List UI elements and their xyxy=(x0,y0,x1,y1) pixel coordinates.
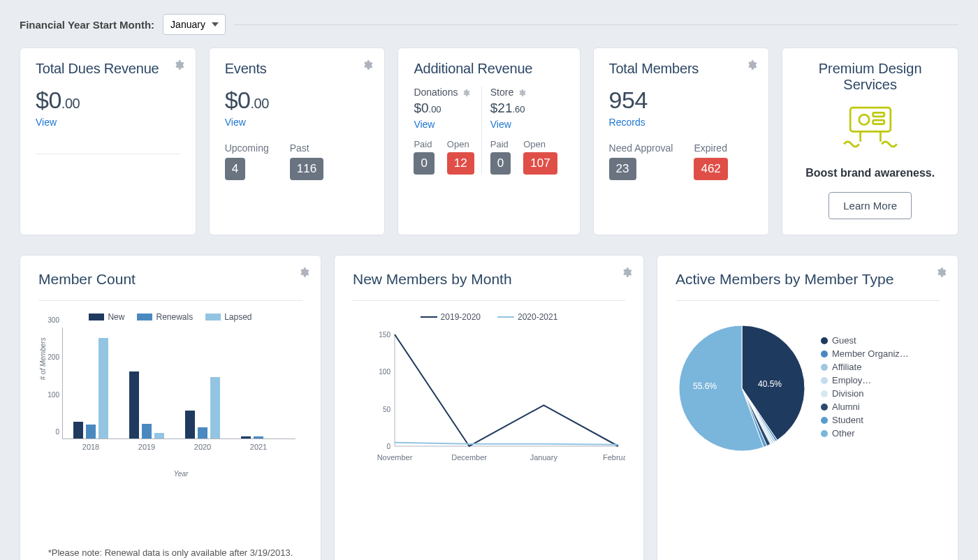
fy-start-label: Financial Year Start Month: xyxy=(20,19,154,31)
svg-rect-0 xyxy=(850,108,891,131)
past-label: Past xyxy=(290,142,323,154)
need-approval-label: Need Approval xyxy=(609,142,673,154)
card-title: Events xyxy=(225,61,370,77)
gear-icon[interactable] xyxy=(362,59,373,71)
chart-title: Active Members by Member Type xyxy=(676,271,940,288)
pie-chart-plot: 55.6% 40.5% xyxy=(676,322,808,455)
svg-text:50: 50 xyxy=(383,406,391,413)
upcoming-label: Upcoming xyxy=(225,142,269,154)
chart-active-members-by-type: Active Members by Member Type 55.6% 40.5… xyxy=(657,255,958,560)
card-total-members: Total Members 954 Records Need Approval … xyxy=(593,47,770,235)
svg-rect-3 xyxy=(873,120,884,124)
pie-legend-item: Guest xyxy=(821,335,909,346)
gear-icon[interactable] xyxy=(462,88,470,96)
charts-row: Member Count New Renewals Lapsed # of Me… xyxy=(20,255,958,560)
past-badge[interactable]: 116 xyxy=(290,158,323,180)
svg-text:0: 0 xyxy=(386,443,391,450)
divider xyxy=(676,300,940,301)
svg-text:100: 100 xyxy=(379,368,391,376)
store-column: Store $21.60 View Paid 0 Open 107 xyxy=(481,87,564,175)
donations-open-badge[interactable]: 12 xyxy=(447,152,474,175)
store-label: Store xyxy=(490,87,513,98)
card-additional-revenue: Additional Revenue Donations $0.00 View … xyxy=(397,47,580,235)
x-axis-label: Year xyxy=(59,470,302,478)
pie-slice-label-other: 55.6% xyxy=(693,381,717,391)
paid-label: Paid xyxy=(490,139,511,149)
topbar-divider xyxy=(234,24,958,25)
events-value: $0.00 xyxy=(225,87,370,114)
chart-title: New Members by Month xyxy=(353,271,625,288)
view-link[interactable]: View xyxy=(36,117,57,128)
svg-rect-2 xyxy=(873,112,884,116)
pie-legend-item: Employ… xyxy=(821,375,909,385)
open-label: Open xyxy=(523,139,557,149)
need-approval-badge[interactable]: 23 xyxy=(609,158,636,180)
donations-column: Donations $0.00 View Paid 0 Open 12 xyxy=(414,87,481,175)
pie-legend-item: Alumni xyxy=(821,401,909,412)
pie-slice-label-guest: 40.5% xyxy=(758,379,782,389)
legend-swatch-2020 xyxy=(497,316,514,318)
billboard-icon xyxy=(839,103,902,159)
gear-icon[interactable] xyxy=(298,267,309,278)
pie-legend-item: Student xyxy=(821,415,909,425)
boost-text: Boost brand awareness. xyxy=(798,167,942,179)
gear-icon[interactable] xyxy=(746,59,757,71)
chart-new-members-by-month: New Members by Month 2019-2020 2020-2021… xyxy=(334,255,644,560)
chart-member-count: Member Count New Renewals Lapsed # of Me… xyxy=(20,255,321,560)
legend-swatch-new xyxy=(89,314,104,320)
card-total-dues-revenue: Total Dues Revenue $0.00 View xyxy=(20,47,196,235)
view-link[interactable]: View xyxy=(490,119,511,130)
fy-start-month-select[interactable]: January xyxy=(163,14,226,35)
gear-icon[interactable] xyxy=(935,267,947,278)
learn-more-button[interactable]: Learn More xyxy=(829,192,912,219)
legend-swatch-lapsed xyxy=(205,314,221,320)
card-title: Total Dues Revenue xyxy=(36,61,180,77)
line-legend: 2019-2020 2020-2021 xyxy=(353,312,625,322)
svg-text:150: 150 xyxy=(379,331,391,339)
divider xyxy=(353,300,625,301)
expired-label: Expired xyxy=(694,142,727,154)
svg-text:February: February xyxy=(603,453,625,462)
divider xyxy=(36,154,180,154)
records-link[interactable]: Records xyxy=(609,117,645,128)
pie-legend-item: Member Organiz… xyxy=(821,348,909,359)
view-link[interactable]: View xyxy=(414,119,435,130)
card-title: Additional Revenue xyxy=(414,61,564,77)
donations-label: Donations xyxy=(414,87,458,98)
svg-text:November: November xyxy=(377,453,413,462)
view-link[interactable]: View xyxy=(225,117,246,128)
legend-swatch-2019 xyxy=(421,316,437,318)
chart-footnote: *Please note: Renewal data is only avail… xyxy=(38,547,302,558)
donations-paid-badge[interactable]: 0 xyxy=(414,152,434,175)
open-label: Open xyxy=(447,139,474,149)
card-events: Events $0.00 View Upcoming 4 Past 116 xyxy=(209,47,386,235)
chart-title: Member Count xyxy=(38,271,302,288)
expired-badge[interactable]: 462 xyxy=(694,158,727,180)
pie-legend-item: Affiliate xyxy=(821,362,909,372)
store-open-badge[interactable]: 107 xyxy=(523,152,557,175)
paid-label: Paid xyxy=(414,139,434,149)
topbar: Financial Year Start Month: January xyxy=(20,14,958,35)
gear-icon[interactable] xyxy=(173,59,184,71)
pie-legend-item: Other xyxy=(821,428,909,439)
bar-legend: New Renewals Lapsed xyxy=(38,312,302,322)
svg-text:December: December xyxy=(451,453,487,462)
pie-legend-item: Division xyxy=(821,388,909,399)
bar-chart-plot: # of Members 0100200300 2018201920202021 xyxy=(62,327,295,453)
card-title: Premium Design Services xyxy=(798,61,942,93)
legend-swatch-renewals xyxy=(137,314,152,320)
summary-cards-row: Total Dues Revenue $0.00 View Events $0.… xyxy=(20,47,958,235)
line-chart-plot: 050100150NovemberDecemberJanuaryFebruary xyxy=(360,327,625,467)
gear-icon[interactable] xyxy=(518,88,526,96)
store-paid-badge[interactable]: 0 xyxy=(490,152,511,175)
members-value: 954 xyxy=(609,87,754,114)
card-title: Total Members xyxy=(609,61,754,77)
store-value: $21.60 xyxy=(490,101,557,116)
svg-text:January: January xyxy=(530,453,558,462)
svg-point-1 xyxy=(859,115,868,124)
card-premium-design: Premium Design Services Boost brand awar… xyxy=(782,47,958,235)
divider xyxy=(38,300,302,301)
upcoming-badge[interactable]: 4 xyxy=(225,158,245,180)
gear-icon[interactable] xyxy=(621,267,632,278)
donations-value: $0.00 xyxy=(414,101,474,116)
